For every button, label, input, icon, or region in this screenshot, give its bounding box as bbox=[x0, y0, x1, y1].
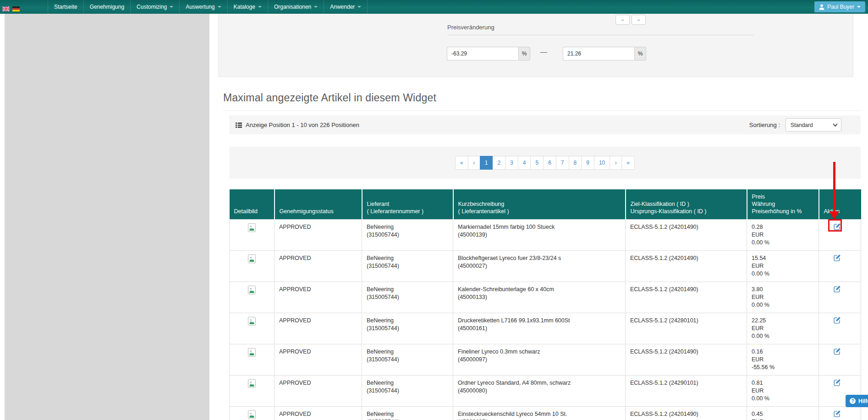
position-info-text: Anzeige Position 1 - 10 von 226 Position… bbox=[246, 122, 359, 128]
pagination-button[interactable]: 7 bbox=[556, 156, 569, 170]
german-flag-icon[interactable] bbox=[12, 5, 20, 13]
description-cell: Blockheftgeraet Lyreco fuer 23/8-23/24 s… bbox=[453, 251, 626, 282]
column-header: Aktion bbox=[819, 189, 861, 220]
price-min-group: % bbox=[447, 47, 530, 61]
nav-item[interactable]: Kataloge bbox=[227, 0, 268, 14]
price-cell: 0.16 EUR -55.56 % bbox=[747, 344, 819, 376]
price-change-label: Preisveränderung bbox=[447, 24, 494, 31]
detail-image-cell bbox=[230, 220, 275, 251]
classification-cell: ECLASS-5.1.2 (24280101) bbox=[626, 313, 747, 344]
pagination-button[interactable]: 8 bbox=[569, 156, 582, 170]
pagination-button[interactable]: 9 bbox=[581, 156, 594, 170]
pagination-button[interactable]: 10 bbox=[594, 156, 610, 170]
price-increase: 0.00 % bbox=[752, 301, 814, 309]
article-number: (45000097) bbox=[458, 356, 621, 364]
price-increase: -55.56 % bbox=[752, 364, 814, 371]
classification-text: ECLASS-5.1.2 (24201490) bbox=[630, 348, 698, 355]
nav-item[interactable]: Startseite bbox=[48, 0, 83, 14]
supplier-name: BeNeering bbox=[367, 379, 448, 387]
description-cell: Kalender-Schreibunterlage 60 x 40cm (450… bbox=[453, 282, 626, 313]
detail-image-cell bbox=[230, 344, 275, 376]
supplier-name: BeNeering bbox=[367, 254, 448, 262]
article-number: (45000133) bbox=[458, 293, 621, 301]
status-cell: APPROVED bbox=[275, 220, 362, 251]
price-increase: 0.00 % bbox=[752, 395, 814, 403]
caret-down-icon bbox=[258, 6, 262, 8]
price-cell: 0.81 EUR 0.00 % bbox=[747, 376, 819, 407]
pagination-bar: «‹12345678910›» bbox=[229, 147, 861, 179]
detail-image-cell bbox=[230, 313, 275, 344]
pagination-button[interactable]: 1 bbox=[480, 156, 493, 170]
price-max-input[interactable] bbox=[563, 47, 634, 61]
pagination-button[interactable]: » bbox=[621, 156, 635, 170]
pagination-button[interactable]: ‹ bbox=[468, 156, 480, 170]
sort-select[interactable]: Standard bbox=[786, 118, 841, 132]
classification-text: ECLASS-5.1.2 (24280101) bbox=[630, 317, 698, 324]
nav-item[interactable]: Genehmigung bbox=[83, 0, 130, 14]
annotation-arrowhead bbox=[829, 211, 839, 220]
price-min-input[interactable] bbox=[447, 47, 518, 61]
user-name: Paul Buyer bbox=[827, 4, 854, 10]
description-text: Markiernadel 15mm farbig 100 Stueck bbox=[458, 223, 621, 231]
column-header: Ziel-Klassifikation ( ID )Ursprungs-Klas… bbox=[626, 189, 747, 220]
price-change-divider bbox=[447, 35, 754, 35]
pagination-button[interactable]: 6 bbox=[543, 156, 556, 170]
pagination-button[interactable]: 3 bbox=[505, 156, 518, 170]
description-cell: Druckeretiketten L7166 99.1x93.1mm 600St… bbox=[453, 313, 626, 344]
supplier-number: (315005744) bbox=[367, 356, 448, 364]
nav-item[interactable]: Anwender bbox=[324, 0, 368, 14]
edit-icon[interactable] bbox=[834, 286, 841, 293]
broken-image-icon bbox=[248, 286, 256, 294]
uk-flag-icon[interactable] bbox=[2, 5, 10, 13]
column-header: Genehmigungsstatus bbox=[275, 189, 362, 220]
pagination-button[interactable]: 2 bbox=[492, 156, 505, 170]
broken-image-icon bbox=[248, 317, 256, 326]
nav-item[interactable]: Auswertung bbox=[179, 0, 227, 14]
column-header: PreisWährungPreiserhöhung in % bbox=[747, 189, 819, 220]
action-cell bbox=[819, 282, 861, 313]
pagination-button[interactable]: « bbox=[455, 156, 468, 170]
annotation-arrow bbox=[833, 162, 835, 212]
description-text: Blockheftgeraet Lyreco fuer 23/8-23/24 s bbox=[458, 254, 621, 262]
supplier-number: (315005744) bbox=[367, 418, 448, 420]
widget-pager-prev-button[interactable]: « bbox=[615, 15, 630, 25]
status-cell-text: APPROVED bbox=[279, 317, 311, 324]
price-currency: EUR bbox=[752, 418, 814, 420]
status-cell: APPROVED bbox=[275, 376, 362, 407]
edit-icon[interactable] bbox=[834, 410, 841, 417]
edit-icon[interactable] bbox=[834, 317, 841, 324]
price-cell: 0.45 EUR 0.00 % bbox=[747, 407, 819, 420]
status-cell-text: APPROVED bbox=[279, 380, 311, 386]
broken-image-icon bbox=[248, 410, 256, 419]
status-cell: APPROVED bbox=[275, 313, 362, 344]
status-cell: APPROVED bbox=[275, 407, 362, 420]
status-cell: APPROVED bbox=[275, 282, 362, 313]
description-cell: Einsteckrueckenschild Lyreco 54mm 10 St.… bbox=[453, 407, 626, 420]
user-icon bbox=[819, 4, 824, 10]
action-cell bbox=[819, 313, 861, 344]
nav-item[interactable]: Customizing bbox=[130, 0, 179, 14]
price-currency: EUR bbox=[752, 231, 814, 239]
status-cell-text: APPROVED bbox=[279, 224, 311, 230]
pagination-button[interactable]: 5 bbox=[530, 156, 544, 170]
broken-image-icon bbox=[248, 348, 256, 357]
pagination-button[interactable]: 4 bbox=[518, 156, 531, 170]
article-number: (45000161) bbox=[458, 325, 621, 332]
edit-icon[interactable] bbox=[834, 254, 841, 261]
nav-item-label: Genehmigung bbox=[90, 4, 124, 10]
pagination-button[interactable]: › bbox=[610, 156, 622, 170]
price-cell: 0.28 EUR 0.00 % bbox=[747, 220, 819, 251]
column-header: Lieferant( Lieferantennummer ) bbox=[362, 189, 453, 220]
supplier-cell: BeNeering (315005744) bbox=[362, 251, 453, 282]
user-menu-button[interactable]: Paul Buyer bbox=[814, 1, 865, 12]
sort-select-wrap: Standard bbox=[786, 118, 841, 132]
status-cell-text: APPROVED bbox=[279, 255, 311, 261]
supplier-number: (315005744) bbox=[367, 231, 448, 239]
nav-item[interactable]: Organisationen bbox=[268, 0, 324, 14]
help-button[interactable]: ? Hilfe bbox=[846, 395, 868, 407]
price-value: 3.80 bbox=[752, 286, 814, 293]
widget-pager-next-button[interactable]: » bbox=[632, 15, 646, 25]
edit-icon[interactable] bbox=[834, 379, 841, 386]
edit-icon[interactable] bbox=[834, 348, 841, 355]
broken-image-icon bbox=[248, 254, 256, 263]
